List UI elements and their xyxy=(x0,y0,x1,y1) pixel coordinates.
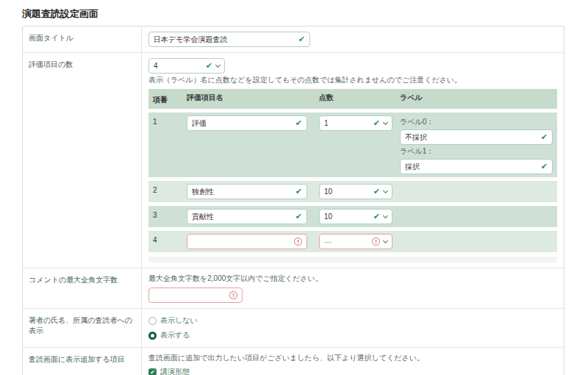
page-title: 演題査読設定画面 xyxy=(22,7,588,21)
score-select[interactable]: 1 ✔ xyxy=(319,115,392,131)
item-name-field[interactable]: ✔ xyxy=(187,115,307,131)
check-icon: ✔ xyxy=(295,119,302,127)
label1-input[interactable] xyxy=(405,162,541,171)
comment-limit-label: コメントの最大全角文字数 xyxy=(23,268,142,308)
screen-title-content: ✔ xyxy=(142,26,564,52)
chevron-down-icon xyxy=(383,213,388,218)
row-number: 2 xyxy=(153,184,187,194)
author-display-label: 著者の氏名、所属の査読者への表示 xyxy=(23,309,142,347)
label0-field[interactable]: ✔ xyxy=(400,129,553,145)
evaluation-table-header: 項番 評価項目名 点数 ラベル xyxy=(148,89,557,109)
item-name-input[interactable] xyxy=(192,119,295,127)
eval-items-note: 表示（ラベル）名に点数などを設定してもその点数では集計されませんのでご注意くださ… xyxy=(148,75,557,85)
item-name-field[interactable]: ! xyxy=(187,234,307,249)
row-number: 1 xyxy=(153,115,187,126)
check-icon: ✔ xyxy=(298,35,305,43)
label1-field[interactable]: ✔ xyxy=(400,159,553,174)
check-icon: ✔ xyxy=(373,119,380,127)
screen-title-field[interactable]: ✔ xyxy=(148,32,310,47)
table-row: 1 ✔ 1 ✔ ラ xyxy=(148,113,557,177)
score-select[interactable]: --- ! xyxy=(319,234,392,249)
eval-count-select[interactable]: 4 ✔ xyxy=(148,58,225,74)
header-no: 項番 xyxy=(153,93,187,105)
label0-input[interactable] xyxy=(405,133,541,141)
score-value: 10 xyxy=(324,188,373,196)
radio-option-show[interactable]: 表示する xyxy=(148,330,557,340)
comment-limit-note: 最大全角文字数を2,000文字以内でご指定ください。 xyxy=(148,274,557,284)
extra-items-content: 査読画面に追加で出力したい項目がございましたら、以下より選択してください。 ✔ … xyxy=(142,348,564,375)
checkbox-label: 講演形態 xyxy=(160,367,190,375)
header-label: ラベル xyxy=(394,93,553,105)
table-row: 2 ✔ 10 ✔ xyxy=(148,181,557,202)
eval-items-label: 評価項目の数 xyxy=(23,53,142,268)
check-icon: ✔ xyxy=(206,62,212,70)
score-select[interactable]: 10 ✔ xyxy=(319,209,392,224)
comment-limit-content: 最大全角文字数を2,000文字以内でご指定ください。 ! xyxy=(142,268,564,308)
score-value: 10 xyxy=(324,213,373,221)
score-value: --- xyxy=(324,238,372,246)
radio-icon[interactable] xyxy=(148,317,157,325)
screen-title-input[interactable] xyxy=(154,35,298,43)
chevron-down-icon xyxy=(383,188,388,193)
label-column: ラベル0： ✔ ラベル1： ✔ xyxy=(394,115,553,174)
check-icon: ✔ xyxy=(541,133,548,141)
comment-limit-field[interactable]: ! xyxy=(148,288,243,303)
item-name-input[interactable] xyxy=(192,188,295,196)
form-row-extra-items: 査読画面に表示追加する項目 査読画面に追加で出力したい項目がございましたら、以下… xyxy=(23,348,564,375)
table-row: 4 ! --- ! xyxy=(148,231,557,252)
extra-items-note: 査読画面に追加で出力したい項目がございましたら、以下より選択してください。 xyxy=(148,353,557,363)
label1-caption: ラベル1： xyxy=(400,146,553,157)
chevron-down-icon xyxy=(215,62,220,67)
radio-label: 表示する xyxy=(160,330,190,340)
form-row-author-display: 著者の氏名、所属の査読者への表示 表示しない 表示する xyxy=(23,309,564,348)
evaluation-table: 項番 評価項目名 点数 ラベル 1 ✔ xyxy=(148,89,557,262)
error-icon: ! xyxy=(294,238,302,246)
chevron-down-icon xyxy=(383,119,388,124)
checkbox-option-0[interactable]: ✔ 講演形態 xyxy=(148,367,557,375)
radio-label: 表示しない xyxy=(160,315,198,326)
score-select[interactable]: 10 ✔ xyxy=(319,184,392,199)
eval-count-value: 4 xyxy=(154,62,206,70)
header-name: 評価項目名 xyxy=(187,93,313,105)
settings-form: 画面タイトル ✔ 評価項目の数 4 ✔ 表示（ラベル）名に点数などを設定してもそ… xyxy=(22,26,564,375)
row-number: 3 xyxy=(153,209,187,219)
row-number: 4 xyxy=(153,234,187,244)
eval-items-content: 4 ✔ 表示（ラベル）名に点数などを設定してもその点数では集計されませんのでご注… xyxy=(142,53,564,268)
checkbox-checked-icon[interactable]: ✔ xyxy=(148,368,157,375)
extra-items-label: 査読画面に表示追加する項目 xyxy=(23,348,142,375)
score-value: 1 xyxy=(324,119,373,127)
check-icon: ✔ xyxy=(373,188,380,196)
table-footer-strip xyxy=(148,257,557,262)
check-icon: ✔ xyxy=(541,162,548,171)
radio-checked-icon[interactable] xyxy=(148,332,157,340)
check-icon: ✔ xyxy=(373,213,380,221)
check-icon: ✔ xyxy=(295,213,302,221)
check-icon: ✔ xyxy=(295,188,302,196)
label0-caption: ラベル0： xyxy=(400,117,553,127)
table-row: 3 ✔ 10 ✔ xyxy=(148,206,557,227)
error-icon: ! xyxy=(229,291,237,299)
item-name-field[interactable]: ✔ xyxy=(187,209,307,224)
screen-title-label: 画面タイトル xyxy=(23,26,142,52)
header-score: 点数 xyxy=(313,93,394,105)
error-icon: ! xyxy=(372,238,380,246)
radio-option-hide[interactable]: 表示しない xyxy=(148,315,557,326)
item-name-input[interactable] xyxy=(192,213,295,221)
item-name-input[interactable] xyxy=(192,238,294,246)
form-row-eval-items: 評価項目の数 4 ✔ 表示（ラベル）名に点数などを設定してもその点数では集計され… xyxy=(23,53,564,268)
author-display-content: 表示しない 表示する xyxy=(142,309,564,347)
chevron-down-icon xyxy=(383,238,388,243)
form-row-screen-title: 画面タイトル ✔ xyxy=(23,26,564,53)
item-name-field[interactable]: ✔ xyxy=(187,184,307,199)
form-row-comment-limit: コメントの最大全角文字数 最大全角文字数を2,000文字以内でご指定ください。 … xyxy=(23,268,564,309)
comment-limit-input[interactable] xyxy=(154,291,229,299)
